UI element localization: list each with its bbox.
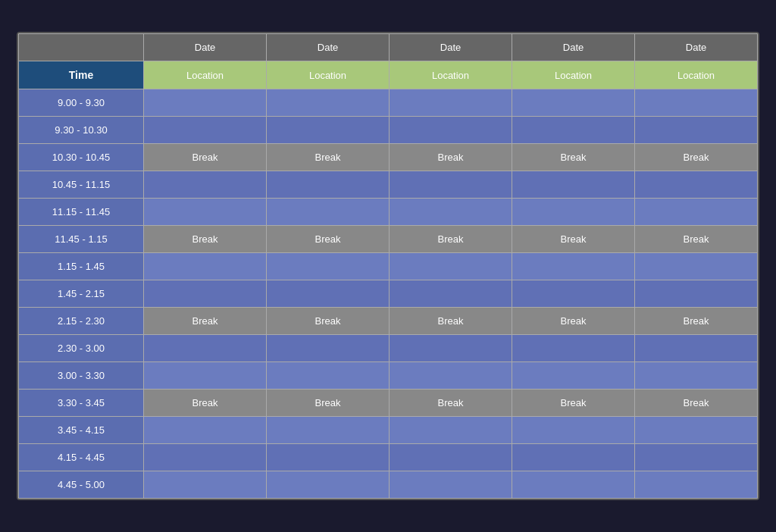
time-header: Time	[19, 61, 144, 89]
blue-cell	[267, 417, 390, 444]
blue-cell	[635, 280, 758, 308]
time-cell: 11.45 - 1.15	[19, 226, 144, 253]
break-cell: Break	[144, 308, 267, 335]
blue-cell	[144, 471, 267, 499]
blue-cell	[144, 444, 267, 471]
blue-cell	[635, 417, 758, 444]
break-cell: Break	[144, 390, 267, 417]
blue-cell	[512, 335, 635, 362]
blue-cell	[390, 89, 512, 117]
time-cell: 10.30 - 10.45	[19, 144, 144, 171]
blue-cell	[144, 199, 267, 226]
break-cell: Break	[635, 226, 758, 253]
blue-cell	[267, 362, 390, 390]
table-row: 3.00 - 3.30	[19, 362, 758, 390]
schedule-table: Date Date Date Date Date Time Location L…	[18, 33, 758, 499]
table-row: 9.30 - 10.30	[19, 117, 758, 144]
table-row: 3.30 - 3.45BreakBreakBreakBreakBreak	[19, 390, 758, 417]
blue-cell	[144, 335, 267, 362]
blue-cell	[267, 471, 390, 499]
blue-cell	[267, 199, 390, 226]
table-row: 9.00 - 9.30	[19, 89, 758, 117]
time-cell: 3.45 - 4.15	[19, 417, 144, 444]
table-row: 1.15 - 1.45	[19, 253, 758, 280]
blue-cell	[512, 280, 635, 308]
break-cell: Break	[512, 144, 635, 171]
blue-cell	[512, 417, 635, 444]
time-cell: 11.15 - 11.45	[19, 199, 144, 226]
date-header-col-1: Date	[144, 34, 267, 61]
blue-cell	[390, 171, 512, 199]
blue-cell	[635, 362, 758, 390]
location-header-col-4: Location	[512, 61, 635, 89]
table-row: 2.15 - 2.30BreakBreakBreakBreakBreak	[19, 308, 758, 335]
date-header-col-4: Date	[512, 34, 635, 61]
blue-cell	[635, 89, 758, 117]
date-header-row: Date Date Date Date Date	[19, 34, 758, 61]
table-row: 1.45 - 2.15	[19, 280, 758, 308]
blue-cell	[512, 444, 635, 471]
blue-cell	[512, 471, 635, 499]
time-cell: 9.30 - 10.30	[19, 117, 144, 144]
schedule-body: 9.00 - 9.309.30 - 10.3010.30 - 10.45Brea…	[19, 89, 758, 499]
blue-cell	[144, 89, 267, 117]
location-header-col-1: Location	[144, 61, 267, 89]
blue-cell	[635, 253, 758, 280]
time-cell: 9.00 - 9.30	[19, 89, 144, 117]
break-cell: Break	[267, 144, 390, 171]
break-cell: Break	[512, 308, 635, 335]
time-cell: 1.45 - 2.15	[19, 280, 144, 308]
break-cell: Break	[267, 308, 390, 335]
blue-cell	[512, 362, 635, 390]
schedule-table-wrapper: Date Date Date Date Date Time Location L…	[17, 32, 759, 500]
blue-cell	[267, 280, 390, 308]
location-header-col-5: Location	[635, 61, 758, 89]
blue-cell	[390, 444, 512, 471]
blue-cell	[635, 444, 758, 471]
location-header-col-3: Location	[390, 61, 512, 89]
location-header-row: Time Location Location Location Location…	[19, 61, 758, 89]
table-row: 2.30 - 3.00	[19, 335, 758, 362]
break-cell: Break	[267, 390, 390, 417]
table-row: 10.30 - 10.45BreakBreakBreakBreakBreak	[19, 144, 758, 171]
blue-cell	[512, 171, 635, 199]
date-header-col-5: Date	[635, 34, 758, 61]
break-cell: Break	[635, 308, 758, 335]
date-header-col-2: Date	[267, 34, 390, 61]
time-cell: 10.45 - 11.15	[19, 171, 144, 199]
table-row: 10.45 - 11.15	[19, 171, 758, 199]
blue-cell	[267, 117, 390, 144]
break-cell: Break	[144, 144, 267, 171]
break-cell: Break	[390, 226, 512, 253]
blue-cell	[267, 171, 390, 199]
blue-cell	[144, 362, 267, 390]
break-cell: Break	[390, 390, 512, 417]
table-row: 3.45 - 4.15	[19, 417, 758, 444]
time-cell: 3.30 - 3.45	[19, 390, 144, 417]
blue-cell	[267, 89, 390, 117]
blue-cell	[390, 253, 512, 280]
blue-cell	[390, 471, 512, 499]
time-cell: 2.15 - 2.30	[19, 308, 144, 335]
break-cell: Break	[512, 390, 635, 417]
time-cell: 4.45 - 5.00	[19, 471, 144, 499]
time-cell: 1.15 - 1.45	[19, 253, 144, 280]
date-header-col-3: Date	[390, 34, 512, 61]
break-cell: Break	[512, 226, 635, 253]
blue-cell	[390, 280, 512, 308]
blue-cell	[390, 362, 512, 390]
blue-cell	[267, 335, 390, 362]
blue-cell	[635, 335, 758, 362]
blue-cell	[267, 253, 390, 280]
blue-cell	[390, 199, 512, 226]
time-cell: 4.15 - 4.45	[19, 444, 144, 471]
table-row: 4.45 - 5.00	[19, 471, 758, 499]
blue-cell	[635, 199, 758, 226]
blue-cell	[144, 417, 267, 444]
table-row: 11.15 - 11.45	[19, 199, 758, 226]
date-header-empty	[19, 34, 144, 61]
blue-cell	[390, 117, 512, 144]
break-cell: Break	[390, 144, 512, 171]
blue-cell	[635, 471, 758, 499]
blue-cell	[144, 253, 267, 280]
